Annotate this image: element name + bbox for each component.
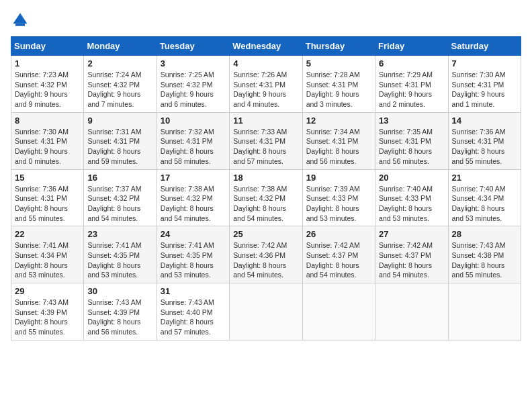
day-number: 21 <box>452 173 517 183</box>
day-number: 10 <box>161 116 226 126</box>
day-number: 25 <box>233 229 298 239</box>
day-info: Sunrise: 7:43 AMSunset: 4:39 PMDaylight:… <box>87 298 141 336</box>
day-number: 31 <box>161 286 226 296</box>
logo <box>11 11 32 30</box>
day-info: Sunrise: 7:43 AMSunset: 4:40 PMDaylight:… <box>161 298 214 336</box>
day-info: Sunrise: 7:43 AMSunset: 4:39 PMDaylight:… <box>15 298 69 336</box>
day-number: 7 <box>452 58 517 68</box>
calendar-cell: 27 Sunrise: 7:42 AMSunset: 4:37 PMDaylig… <box>375 226 448 283</box>
day-info: Sunrise: 7:34 AMSunset: 4:31 PMDaylight:… <box>306 128 360 165</box>
calendar-cell: 22 Sunrise: 7:41 AMSunset: 4:34 PMDaylig… <box>11 226 84 283</box>
day-number: 18 <box>233 173 298 183</box>
day-number: 20 <box>379 173 444 183</box>
day-info: Sunrise: 7:38 AMSunset: 4:32 PMDaylight:… <box>233 185 287 222</box>
calendar-cell: 28 Sunrise: 7:43 AMSunset: 4:38 PMDaylig… <box>448 226 521 283</box>
svg-marker-0 <box>13 13 28 24</box>
day-info: Sunrise: 7:25 AMSunset: 4:32 PMDaylight:… <box>161 71 214 108</box>
day-number: 22 <box>15 229 80 239</box>
day-number: 5 <box>306 58 371 68</box>
calendar-cell: 26 Sunrise: 7:42 AMSunset: 4:37 PMDaylig… <box>302 226 375 283</box>
day-info: Sunrise: 7:36 AMSunset: 4:31 PMDaylight:… <box>452 128 506 165</box>
calendar-cell: 8 Sunrise: 7:30 AMSunset: 4:31 PMDayligh… <box>11 112 84 169</box>
day-number: 19 <box>306 173 371 183</box>
day-number: 9 <box>87 116 152 126</box>
calendar-cell <box>448 283 521 340</box>
logo-icon <box>11 11 30 30</box>
day-number: 23 <box>87 229 152 239</box>
day-info: Sunrise: 7:35 AMSunset: 4:31 PMDaylight:… <box>379 128 433 165</box>
calendar-week-row: 15 Sunrise: 7:36 AMSunset: 4:31 PMDaylig… <box>11 169 521 226</box>
day-info: Sunrise: 7:29 AMSunset: 4:31 PMDaylight:… <box>379 71 433 108</box>
calendar-cell: 25 Sunrise: 7:42 AMSunset: 4:36 PMDaylig… <box>230 226 302 283</box>
column-header-tuesday: Tuesday <box>157 37 229 56</box>
calendar-cell: 3 Sunrise: 7:25 AMSunset: 4:32 PMDayligh… <box>157 56 229 113</box>
day-number: 1 <box>15 58 80 68</box>
calendar-cell: 12 Sunrise: 7:34 AMSunset: 4:31 PMDaylig… <box>302 112 375 169</box>
day-number: 27 <box>379 229 444 239</box>
calendar-cell <box>375 283 448 340</box>
day-info: Sunrise: 7:30 AMSunset: 4:31 PMDaylight:… <box>15 128 69 165</box>
day-number: 12 <box>306 116 371 126</box>
calendar-cell: 29 Sunrise: 7:43 AMSunset: 4:39 PMDaylig… <box>11 283 84 340</box>
calendar-cell: 17 Sunrise: 7:38 AMSunset: 4:32 PMDaylig… <box>157 169 229 226</box>
day-info: Sunrise: 7:40 AMSunset: 4:33 PMDaylight:… <box>379 185 433 222</box>
day-info: Sunrise: 7:41 AMSunset: 4:35 PMDaylight:… <box>161 241 214 279</box>
day-info: Sunrise: 7:37 AMSunset: 4:32 PMDaylight:… <box>87 185 141 222</box>
calendar-cell: 20 Sunrise: 7:40 AMSunset: 4:33 PMDaylig… <box>375 169 448 226</box>
calendar-cell: 7 Sunrise: 7:30 AMSunset: 4:31 PMDayligh… <box>448 56 521 113</box>
day-number: 30 <box>87 286 152 296</box>
day-number: 24 <box>161 229 226 239</box>
calendar-cell: 21 Sunrise: 7:40 AMSunset: 4:34 PMDaylig… <box>448 169 521 226</box>
calendar-cell: 11 Sunrise: 7:33 AMSunset: 4:31 PMDaylig… <box>230 112 302 169</box>
day-info: Sunrise: 7:42 AMSunset: 4:37 PMDaylight:… <box>306 241 360 279</box>
day-number: 16 <box>87 173 152 183</box>
day-info: Sunrise: 7:30 AMSunset: 4:31 PMDaylight:… <box>452 71 506 108</box>
calendar-cell: 19 Sunrise: 7:39 AMSunset: 4:33 PMDaylig… <box>302 169 375 226</box>
day-number: 11 <box>233 116 298 126</box>
day-number: 6 <box>379 58 444 68</box>
calendar-cell: 13 Sunrise: 7:35 AMSunset: 4:31 PMDaylig… <box>375 112 448 169</box>
calendar-week-row: 8 Sunrise: 7:30 AMSunset: 4:31 PMDayligh… <box>11 112 521 169</box>
day-info: Sunrise: 7:41 AMSunset: 4:35 PMDaylight:… <box>87 241 141 279</box>
day-number: 4 <box>233 58 298 68</box>
calendar-cell: 30 Sunrise: 7:43 AMSunset: 4:39 PMDaylig… <box>84 283 157 340</box>
day-info: Sunrise: 7:36 AMSunset: 4:31 PMDaylight:… <box>15 185 69 222</box>
column-header-sunday: Sunday <box>11 37 84 56</box>
day-number: 17 <box>161 173 226 183</box>
day-info: Sunrise: 7:40 AMSunset: 4:34 PMDaylight:… <box>452 185 506 222</box>
day-number: 8 <box>15 116 80 126</box>
day-info: Sunrise: 7:42 AMSunset: 4:37 PMDaylight:… <box>379 241 433 279</box>
day-number: 13 <box>379 116 444 126</box>
day-number: 14 <box>452 116 517 126</box>
calendar-cell: 15 Sunrise: 7:36 AMSunset: 4:31 PMDaylig… <box>11 169 84 226</box>
calendar-table: SundayMondayTuesdayWednesdayThursdayFrid… <box>11 36 521 340</box>
calendar-cell: 18 Sunrise: 7:38 AMSunset: 4:32 PMDaylig… <box>230 169 302 226</box>
day-number: 26 <box>306 229 371 239</box>
day-info: Sunrise: 7:43 AMSunset: 4:38 PMDaylight:… <box>452 241 506 279</box>
column-header-monday: Monday <box>84 37 157 56</box>
calendar-week-row: 22 Sunrise: 7:41 AMSunset: 4:34 PMDaylig… <box>11 226 521 283</box>
day-info: Sunrise: 7:42 AMSunset: 4:36 PMDaylight:… <box>233 241 287 279</box>
calendar-week-row: 29 Sunrise: 7:43 AMSunset: 4:39 PMDaylig… <box>11 283 521 340</box>
day-info: Sunrise: 7:41 AMSunset: 4:34 PMDaylight:… <box>15 241 69 279</box>
day-number: 2 <box>87 58 152 68</box>
calendar-header-row: SundayMondayTuesdayWednesdayThursdayFrid… <box>11 37 521 56</box>
column-header-wednesday: Wednesday <box>230 37 302 56</box>
day-number: 3 <box>161 58 226 68</box>
calendar-cell: 1 Sunrise: 7:23 AMSunset: 4:32 PMDayligh… <box>11 56 84 113</box>
day-info: Sunrise: 7:24 AMSunset: 4:32 PMDaylight:… <box>87 71 141 108</box>
day-number: 29 <box>15 286 80 296</box>
calendar-cell <box>230 283 302 340</box>
day-info: Sunrise: 7:23 AMSunset: 4:32 PMDaylight:… <box>15 71 69 108</box>
calendar-cell: 16 Sunrise: 7:37 AMSunset: 4:32 PMDaylig… <box>84 169 157 226</box>
column-header-saturday: Saturday <box>448 37 521 56</box>
day-info: Sunrise: 7:39 AMSunset: 4:33 PMDaylight:… <box>306 185 360 222</box>
calendar-cell: 10 Sunrise: 7:32 AMSunset: 4:31 PMDaylig… <box>157 112 229 169</box>
calendar-cell: 4 Sunrise: 7:26 AMSunset: 4:31 PMDayligh… <box>230 56 302 113</box>
day-info: Sunrise: 7:38 AMSunset: 4:32 PMDaylight:… <box>161 185 214 222</box>
day-info: Sunrise: 7:33 AMSunset: 4:31 PMDaylight:… <box>233 128 287 165</box>
day-info: Sunrise: 7:28 AMSunset: 4:31 PMDaylight:… <box>306 71 360 108</box>
day-number: 28 <box>452 229 517 239</box>
calendar-cell <box>302 283 375 340</box>
column-header-thursday: Thursday <box>302 37 375 56</box>
